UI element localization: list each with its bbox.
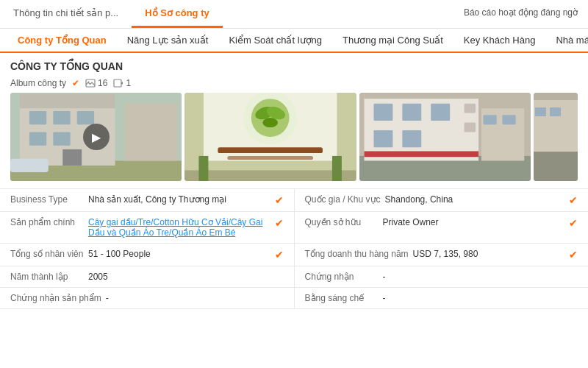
tab-ho-so[interactable]: Hồ Sơ công ty (132, 0, 223, 28)
table-row: Sản phẩm chínhCây gai dầu/Tre/Cotton Hữu… (0, 212, 588, 244)
info-label: Chứng nhận sản phẩm (10, 293, 101, 303)
svg-rect-38 (464, 123, 476, 132)
info-value[interactable]: Cây gai dầu/Tre/Cotton Hữu Cơ Vải/Cây Ga… (88, 217, 268, 238)
report-link[interactable]: Báo cáo hoạt động đáng ngờ (453, 0, 588, 28)
info-value: USD 7, 135, 980 (413, 249, 562, 259)
info-cell-right-0: Quốc gia / Khu vựcShandong, China✔ (295, 189, 589, 211)
info-label: Quốc gia / Khu vực (305, 194, 381, 206)
svg-rect-10 (77, 111, 94, 124)
table-row: Business TypeNhà sản xuất, Công ty Thươn… (0, 189, 588, 212)
svg-rect-47 (550, 107, 561, 116)
svg-rect-34 (431, 104, 450, 121)
info-value: Nhà sản xuất, Công ty Thương mại (88, 194, 268, 205)
svg-rect-27 (332, 156, 342, 181)
top-tab-bar: Thông tin chi tiết sản p... Hồ Sơ công t… (0, 0, 588, 29)
subnav-nang-luc[interactable]: Năng Lực sản xuất (117, 29, 219, 53)
subnav-nha-may[interactable]: Nhà máy kiểm tra (545, 29, 588, 53)
sub-nav-bar: Công ty Tổng Quan Năng Lực sản xuất Kiểm… (0, 29, 588, 53)
photos-row: ▶ (0, 93, 588, 188)
photo-1[interactable]: ▶ (10, 93, 182, 181)
svg-rect-17 (184, 170, 356, 181)
svg-rect-33 (402, 104, 421, 121)
album-row: Album công ty ✔ 16 1 (0, 75, 588, 93)
play-button[interactable]: ▶ (83, 124, 110, 150)
svg-rect-11 (29, 132, 46, 146)
svg-rect-36 (402, 130, 421, 147)
table-row: Năm thành lập2005Chứng nhận- (0, 266, 588, 288)
photo-3[interactable] (359, 93, 531, 181)
svg-rect-41 (502, 115, 515, 124)
info-cell-left-1: Sản phẩm chínhCây gai dầu/Tre/Cotton Hữu… (0, 212, 295, 243)
tab-thong-tin[interactable]: Thông tin chi tiết sản p... (0, 0, 132, 28)
info-value: Private Owner (383, 217, 562, 227)
info-value: 2005 (88, 272, 284, 282)
svg-rect-26 (199, 156, 209, 181)
info-cell-right-2: Tổng doanh thu hàng nămUSD 7, 135, 980✔ (295, 244, 589, 266)
table-row: Chứng nhận sản phẩm-Bằng sáng chế- (0, 288, 588, 309)
photo-4[interactable] (534, 93, 578, 181)
svg-rect-32 (373, 104, 392, 121)
info-label: Chứng nhận (305, 272, 379, 282)
info-cell-left-0: Business TypeNhà sản xuất, Công ty Thươn… (0, 189, 295, 211)
info-value: - (106, 293, 284, 303)
subnav-key-khach[interactable]: Key Khách Hàng (453, 29, 546, 53)
section-title: CÔNG TY TỔNG QUAN (0, 53, 588, 75)
check-icon: ✔ (275, 217, 284, 229)
info-cell-right-1: Quyền sở hữuPrivate Owner✔ (295, 212, 589, 243)
svg-rect-31 (364, 93, 478, 99)
info-value: - (383, 272, 578, 282)
info-value: - (383, 293, 578, 303)
info-label: Tổng số nhân viên (10, 249, 84, 261)
info-label: Quyền sở hữu (305, 217, 379, 238)
check-icon: ✔ (569, 194, 578, 206)
subnav-kiem-soat[interactable]: Kiểm Soát chất lượng (218, 29, 332, 53)
svg-rect-40 (483, 115, 496, 124)
info-table: Business TypeNhà sản xuất, Công ty Thươn… (0, 188, 588, 309)
svg-rect-12 (53, 132, 70, 146)
info-label: Bằng sáng chế (305, 293, 379, 303)
info-cell-left-4: Chứng nhận sản phẩm- (0, 288, 295, 308)
table-row: Tổng số nhân viên51 - 100 People✔Tổng do… (0, 244, 588, 266)
info-label: Sản phẩm chính (10, 217, 84, 238)
svg-point-23 (263, 118, 279, 127)
svg-rect-42 (364, 151, 478, 157)
svg-rect-9 (53, 111, 70, 124)
svg-rect-13 (62, 149, 82, 166)
photo-2[interactable] (184, 93, 356, 181)
check-icon: ✔ (569, 249, 578, 261)
svg-rect-2 (114, 79, 121, 87)
subnav-thuong-mai[interactable]: Thương mại Công Suất (332, 29, 453, 53)
video-count: 1 (113, 78, 131, 88)
svg-rect-25 (228, 156, 314, 160)
info-label: Business Type (10, 194, 84, 206)
svg-rect-14 (10, 159, 49, 172)
info-label: Năm thành lập (10, 272, 84, 282)
album-check-icon: ✔ (72, 78, 79, 88)
info-value: 51 - 100 People (88, 249, 268, 259)
info-cell-right-3: Chứng nhận- (295, 266, 589, 287)
info-cell-right-4: Bằng sáng chế- (295, 288, 589, 308)
info-label: Tổng doanh thu hàng năm (305, 249, 409, 261)
info-cell-left-2: Tổng số nhân viên51 - 100 People✔ (0, 244, 295, 266)
svg-rect-37 (464, 104, 476, 113)
svg-rect-35 (373, 130, 392, 147)
check-icon: ✔ (275, 194, 284, 206)
check-icon: ✔ (275, 249, 284, 261)
svg-rect-44 (534, 148, 578, 181)
info-cell-left-3: Năm thành lập2005 (0, 266, 295, 287)
svg-rect-24 (218, 147, 323, 153)
check-icon: ✔ (569, 217, 578, 229)
svg-rect-8 (29, 111, 46, 124)
svg-rect-7 (20, 94, 115, 108)
svg-rect-46 (535, 107, 546, 116)
subnav-tong-quan[interactable]: Công ty Tổng Quan (7, 29, 117, 53)
album-label: Album công ty (10, 78, 66, 88)
svg-rect-15 (125, 104, 177, 161)
info-value: Shandong, China (385, 194, 562, 205)
image-count: 16 (85, 78, 107, 88)
